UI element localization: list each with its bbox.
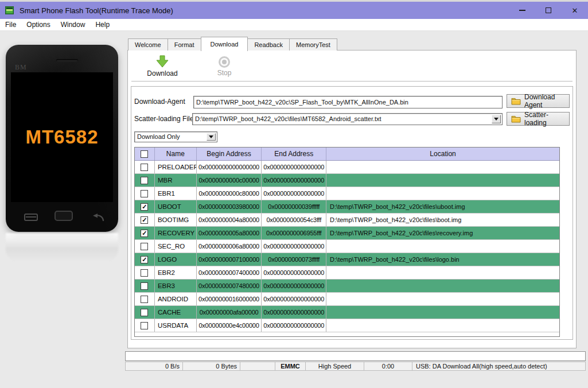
download-agent-button[interactable]: Download Agent [507, 94, 570, 108]
minimize-icon [519, 10, 525, 11]
scatter-dropdown-arrow-icon[interactable] [492, 115, 501, 123]
row-checkbox[interactable] [141, 322, 148, 329]
row-checkbox[interactable] [141, 309, 148, 316]
row-checkbox[interactable]: ✓ [141, 216, 148, 224]
cell-location [326, 306, 559, 319]
cell-begin-address: 0x0000000007400000 [197, 266, 262, 279]
tab-readback[interactable]: Readback [247, 38, 290, 51]
table-header: NameBegin AddressEnd AddressLocation [135, 148, 559, 161]
maximize-button[interactable] [535, 2, 562, 19]
cell-select: ✓ [135, 200, 155, 213]
cell-begin-address: 0x00000000e4c00000 [197, 319, 262, 332]
menu-item-file[interactable]: File [0, 19, 21, 30]
stop-button-label: Stop [206, 69, 243, 77]
row-checkbox[interactable] [141, 177, 148, 184]
download-mode-combo[interactable]: Download Only [134, 131, 217, 142]
table-row-recovery[interactable]: ✓RECOVERY0x0000000005a800000x00000000069… [135, 227, 559, 240]
table-row-ebr3[interactable]: EBR30x00000000074800000x0000000000000000 [135, 280, 559, 293]
table-row-usrdata[interactable]: USRDATA0x00000000e4c000000x0000000000000… [135, 319, 559, 332]
cell-name: BOOTIMG [155, 214, 197, 226]
app-window: Smart Phone Flash Tool(Runtime Trace Mod… [0, 0, 588, 388]
toolbar-separator [131, 81, 573, 82]
cell-begin-address: 0x0000000000c80000 [197, 187, 262, 200]
cell-begin-address: 0x00000000afa00000 [197, 306, 262, 319]
cell-begin-address: 0x0000000016000000 [197, 293, 262, 305]
cell-select [135, 280, 155, 292]
table-row-logo[interactable]: ✓LOGO0x00000000071000000x00000000073ffff… [135, 253, 559, 266]
row-checkbox[interactable]: ✓ [141, 256, 148, 263]
table-row-android[interactable]: ANDROID0x00000000160000000x0000000000000… [135, 293, 559, 306]
row-checkbox[interactable] [141, 282, 148, 290]
download-agent-input[interactable]: D:\temp\TWRP_boot_h422_v20c\SP_Flash_Too… [193, 96, 503, 108]
cell-location: D:\temp\TWRP_boot_h422_v20c\files\logo.b… [326, 253, 559, 266]
table-row-bootimg[interactable]: ✓BOOTIMG0x0000000004a800000x00000000054c… [135, 214, 559, 227]
menu-item-help[interactable]: Help [90, 19, 115, 30]
cell-location [326, 293, 559, 305]
table-row-cache[interactable]: CACHE0x00000000afa000000x000000000000000… [135, 306, 559, 319]
row-checkbox[interactable]: ✓ [141, 230, 148, 237]
phone-reflection [6, 233, 118, 262]
progress-bar [125, 351, 586, 361]
cell-select [135, 266, 155, 279]
cell-location [326, 266, 559, 279]
row-checkbox[interactable] [141, 296, 148, 303]
phone-preview: BM MT6582 [6, 45, 118, 232]
phone-speaker [56, 59, 78, 62]
scatter-loading-button[interactable]: Scatter-loading [507, 112, 570, 126]
cell-end-address: 0x00000000054c3fff [262, 214, 326, 226]
download-button[interactable]: Download [144, 55, 181, 77]
table-row-ebr2[interactable]: EBR20x00000000074000000x0000000000000000 [135, 266, 559, 280]
tab-format[interactable]: Format [168, 38, 201, 51]
menu-item-options[interactable]: Options [21, 19, 55, 30]
mode-dropdown-arrow-icon[interactable] [207, 133, 216, 141]
row-checkbox[interactable] [141, 243, 148, 250]
cell-name: LOGO [155, 253, 197, 266]
cell-select: ✓ [135, 227, 155, 239]
tab-welcome[interactable]: Welcome [128, 38, 168, 51]
column-header-select [135, 148, 155, 160]
cell-location [326, 319, 559, 332]
row-checkbox[interactable] [141, 190, 148, 197]
status-bar: 0 B/s0 BytesEMMCHigh Speed0:00USB: DA Do… [125, 362, 586, 371]
window-title: Smart Phone Flash Tool(Runtime Trace Mod… [20, 6, 173, 15]
menu-item-window[interactable]: Window [56, 19, 91, 30]
title-bar: Smart Phone Flash Tool(Runtime Trace Mod… [0, 2, 588, 19]
close-icon: ✕ [572, 7, 578, 14]
phone-brand-label: BM [15, 63, 27, 72]
table-row-ebr1[interactable]: EBR10x0000000000c800000x0000000000000000 [135, 187, 559, 200]
folder-icon [511, 115, 521, 123]
table-row-uboot[interactable]: ✓UBOOT0x00000000039800000x00000000039fff… [135, 200, 559, 214]
tab-bar: WelcomeFormatDownloadReadbackMemoryTest [128, 36, 337, 51]
cell-select [135, 319, 155, 332]
back-key-icon [91, 213, 104, 222]
download-agent-label: Download-Agent [134, 98, 185, 106]
table-body: PRELOADER0x00000000000000000x00000000000… [135, 161, 559, 332]
cell-name: PRELOADER [155, 161, 197, 173]
table-row-mbr[interactable]: MBR0x0000000000c000000x0000000000000000 [135, 174, 559, 187]
cell-end-address: 0x0000000000000000 [262, 280, 326, 292]
scatter-file-combo[interactable]: D:\temp\TWRP_boot_h422_v20c\files\MT6582… [192, 113, 503, 125]
table-row-preloader[interactable]: PRELOADER0x00000000000000000x00000000000… [135, 161, 559, 174]
row-checkbox[interactable] [141, 269, 148, 277]
cell-end-address: 0x00000000039fffff [262, 200, 326, 213]
cell-name: ANDROID [155, 293, 197, 305]
cell-end-address: 0x0000000000000000 [262, 266, 326, 279]
row-checkbox[interactable] [141, 164, 148, 171]
close-button[interactable]: ✕ [562, 2, 588, 19]
minimize-button[interactable] [509, 2, 535, 19]
cell-name: UBOOT [155, 200, 197, 213]
row-checkbox[interactable]: ✓ [141, 203, 148, 211]
select-all-checkbox[interactable] [141, 150, 148, 158]
cell-location: D:\temp\TWRP_boot_h422_v20c\files\recove… [326, 227, 559, 239]
cell-location: D:\temp\TWRP_boot_h422_v20c\files\boot.i… [326, 214, 559, 226]
stop-button[interactable]: Stop [206, 55, 243, 77]
scatter-loading-button-label: Scatter-loading [524, 111, 565, 127]
tab-memorytest[interactable]: MemoryTest [289, 38, 337, 51]
app-icon [5, 6, 14, 14]
table-row-sec_ro[interactable]: SEC_RO0x0000000006a800000x00000000000000… [135, 240, 559, 253]
cell-location [326, 174, 559, 187]
tab-download[interactable]: Download [201, 37, 248, 51]
status-time: 0:00 [364, 362, 412, 370]
home-key-icon [54, 211, 73, 221]
stop-icon [219, 56, 230, 68]
